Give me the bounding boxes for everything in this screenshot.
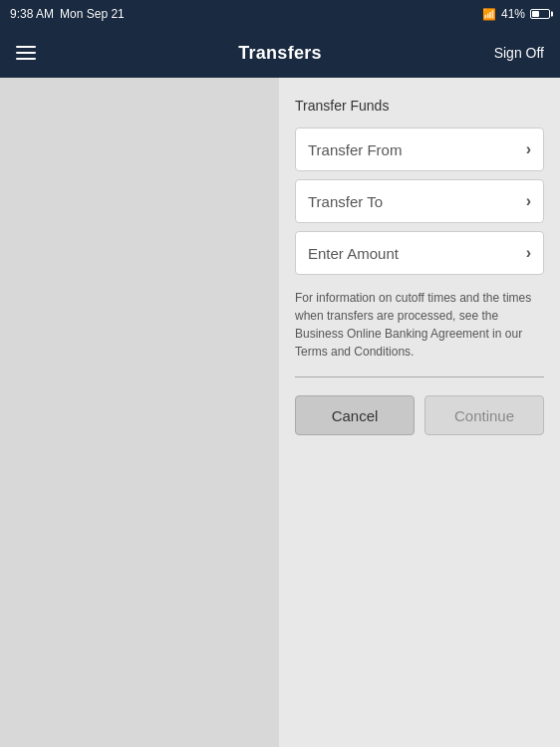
section-title: Transfer Funds bbox=[295, 98, 544, 114]
menu-button[interactable] bbox=[16, 46, 36, 60]
wifi-icon: 📶 bbox=[482, 8, 496, 21]
page-title: Transfers bbox=[238, 43, 322, 64]
sidebar bbox=[0, 78, 279, 747]
hamburger-line-2 bbox=[16, 52, 36, 54]
transfer-from-field[interactable]: Transfer From › bbox=[295, 127, 544, 171]
continue-button[interactable]: Continue bbox=[424, 395, 544, 435]
status-right: 📶 41% bbox=[482, 7, 550, 21]
transfer-to-chevron-icon: › bbox=[526, 192, 531, 210]
app-header: Transfers Sign Off bbox=[0, 28, 560, 78]
enter-amount-label: Enter Amount bbox=[308, 245, 399, 262]
transfer-from-chevron-icon: › bbox=[526, 140, 531, 158]
content-panel: Transfer Funds Transfer From › Transfer … bbox=[279, 78, 560, 747]
button-row: Cancel Continue bbox=[295, 395, 544, 435]
hamburger-line-3 bbox=[16, 58, 36, 60]
main-layout: Transfer Funds Transfer From › Transfer … bbox=[0, 78, 560, 747]
transfer-from-label: Transfer From bbox=[308, 141, 402, 158]
transfer-to-field[interactable]: Transfer To › bbox=[295, 179, 544, 223]
status-left: 9:38 AM Mon Sep 21 bbox=[10, 7, 125, 21]
battery-percent: 41% bbox=[501, 7, 525, 21]
battery-fill bbox=[532, 11, 539, 17]
battery-container bbox=[530, 9, 550, 19]
divider bbox=[295, 376, 544, 377]
enter-amount-chevron-icon: › bbox=[526, 244, 531, 262]
sign-off-button[interactable]: Sign Off bbox=[494, 45, 544, 61]
status-bar: 9:38 AM Mon Sep 21 📶 41% bbox=[0, 0, 560, 28]
status-date: Mon Sep 21 bbox=[60, 7, 125, 21]
enter-amount-field[interactable]: Enter Amount › bbox=[295, 231, 544, 275]
battery-box bbox=[530, 9, 550, 19]
status-time: 9:38 AM bbox=[10, 7, 54, 21]
hamburger-line-1 bbox=[16, 46, 36, 48]
info-text: For information on cutoff times and the … bbox=[295, 289, 544, 361]
transfer-to-label: Transfer To bbox=[308, 193, 383, 210]
cancel-button[interactable]: Cancel bbox=[295, 395, 415, 435]
